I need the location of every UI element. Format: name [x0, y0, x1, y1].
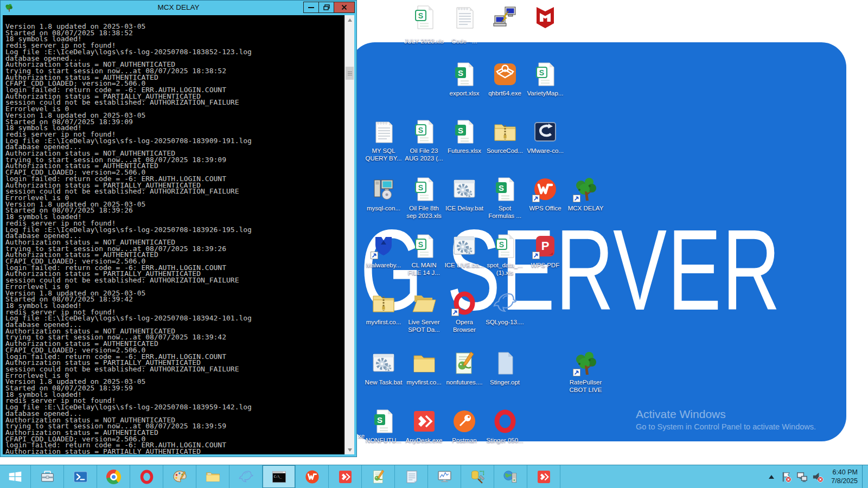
taskbar-item-anydesk-2[interactable]: [527, 465, 560, 488]
anydesk-icon: [337, 469, 353, 485]
scrollbar-thumb[interactable]: [346, 67, 354, 80]
restore-button[interactable]: [318, 2, 334, 13]
scroll-up-arrow[interactable]: [345, 15, 354, 24]
taskbar-item-server-manager[interactable]: [31, 465, 64, 488]
svg-text:S: S: [458, 68, 463, 78]
remote-icon: [492, 4, 518, 30]
close-button[interactable]: [334, 2, 355, 13]
taskbar-item-anydesk[interactable]: [329, 465, 362, 488]
desktop-icon-sqlyog-13[interactable]: SQLyog-13....: [479, 290, 531, 326]
taskbar-item-odbc-data-tool[interactable]: [461, 465, 494, 488]
minimize-button[interactable]: [303, 2, 319, 13]
folderopen-icon: [411, 290, 437, 316]
system-tray: 6:40 PM 7/8/2025: [769, 465, 868, 488]
tray-clock[interactable]: 6:40 PM 7/8/2025: [831, 468, 858, 485]
activate-windows-notice: Activate Windows Go to System in Control…: [636, 408, 816, 431]
desktop-icon-stinger-opt[interactable]: Stinger.opt: [479, 350, 531, 387]
anydesk-icon: [411, 408, 437, 434]
desktop-icon-mcx-delay[interactable]: MCX DELAY: [560, 176, 612, 213]
wps-icon: [304, 469, 320, 485]
mbam-icon: [371, 233, 397, 259]
taskbar-item-wps-office[interactable]: [296, 465, 329, 488]
tray-date: 7/8/2025: [831, 477, 858, 485]
excel-green-icon: S: [451, 119, 477, 145]
desktop-icon-label: WPS PDF: [519, 262, 571, 269]
restore-icon: [323, 4, 330, 10]
qbox-icon: [492, 61, 518, 87]
excel-green-icon: S: [451, 61, 477, 87]
gears-icon: [451, 176, 477, 202]
svg-text:S: S: [418, 183, 423, 192]
taskbar-item-performance-monitor[interactable]: [428, 465, 461, 488]
taskbar-item-chrome[interactable]: [97, 465, 130, 488]
vmware-icon: [532, 119, 558, 145]
desktop-icon-wps-pdf[interactable]: PWPS PDF: [519, 233, 571, 269]
minimize-icon: [308, 7, 314, 8]
volume-muted-icon[interactable]: [812, 471, 824, 483]
desktop-icon-ratepullser[interactable]: RatePullserCBOT LIVE: [560, 350, 612, 394]
paint-icon: [172, 469, 188, 485]
taskbar-item-iis-server[interactable]: [494, 465, 527, 488]
notefile-icon: [371, 119, 397, 145]
desktop-screen: G SERVER Activate Windows Go to System i…: [0, 0, 868, 488]
desktop-icon-varietymap[interactable]: SVarietyMap...: [519, 61, 571, 98]
svg-text:S: S: [539, 68, 544, 77]
taskbar-item-opera[interactable]: [130, 465, 163, 488]
excel-green-icon: S: [492, 176, 518, 202]
desktop-icon-mcafee[interactable]: [519, 4, 571, 38]
excel-white-icon: S: [411, 233, 437, 259]
tray-expand-arrow-icon[interactable]: [769, 475, 774, 479]
console-scrollbar[interactable]: [344, 15, 354, 454]
mcafee-icon: [532, 4, 558, 30]
activate-subtitle: Go to System in Control Panel to activat…: [636, 422, 816, 431]
perfmon-icon: [437, 469, 452, 485]
opera-icon: [139, 469, 155, 485]
scroll-down-arrow[interactable]: [345, 445, 354, 454]
console-titlebar[interactable]: MCX DELAY: [1, 1, 356, 15]
taskbar-item-notepad[interactable]: [395, 465, 428, 488]
installer-icon: [371, 176, 397, 202]
taskbar-item-sqlyog[interactable]: [229, 465, 263, 488]
taskbar-item-paint[interactable]: [163, 465, 196, 488]
svg-text:S: S: [418, 240, 423, 249]
network-icon[interactable]: [796, 471, 808, 483]
taskbar-item-powershell[interactable]: [64, 465, 97, 488]
console-window[interactable]: MCX DELAY Version 1.8 updated on 2025-03…: [0, 0, 357, 457]
clipped-icon-label: xe: [358, 433, 365, 439]
npp-icon: [451, 350, 477, 376]
start-button[interactable]: [0, 465, 31, 488]
opera-icon: [492, 408, 518, 434]
wps-icon: [532, 176, 558, 202]
action-center-flag-icon[interactable]: [780, 471, 793, 483]
tree-icon: [573, 176, 599, 202]
chrome-icon: [106, 470, 121, 484]
close-icon: [341, 4, 347, 10]
windows-logo-icon: [7, 468, 23, 485]
excel-white-icon: S: [532, 61, 558, 87]
show-desktop-button[interactable]: [862, 465, 866, 488]
opera-icon: [451, 290, 477, 316]
notepad-icon: [404, 469, 419, 485]
notefile-icon: [451, 4, 477, 30]
taskbar-item-file-explorer[interactable]: [196, 465, 229, 488]
gears-icon: [451, 233, 477, 259]
taskbar-item-command-prompt[interactable]: C:\_: [263, 465, 296, 488]
excel-white-icon: S: [411, 119, 437, 145]
iis-icon: [503, 469, 519, 485]
desktop-icon-label: Stinger.opt: [479, 379, 531, 387]
wpspdf-icon: P: [532, 233, 558, 259]
svg-text:S: S: [458, 126, 463, 135]
console-body[interactable]: Version 1.8 updated on 2025-03-05 Starte…: [3, 15, 354, 454]
excel-white-icon: S: [492, 233, 518, 259]
taskbar-item-notepad-plus-plus[interactable]: [362, 465, 395, 488]
desktop-icon-label: SQLyog-13....: [479, 319, 531, 326]
postman-icon: [451, 408, 477, 434]
dolphin-icon: [238, 469, 254, 485]
folder-icon: [411, 350, 437, 376]
srvmgr-icon: [40, 469, 55, 485]
desktop-icon-stinger-050[interactable]: Stinger 050...: [479, 408, 531, 445]
excel-white-icon: S: [411, 4, 437, 30]
npp-icon: [371, 469, 386, 485]
desktop-icon-vmware-co[interactable]: VMware-co...: [519, 119, 571, 155]
desktop-icon-label: VarietyMap...: [519, 90, 571, 98]
